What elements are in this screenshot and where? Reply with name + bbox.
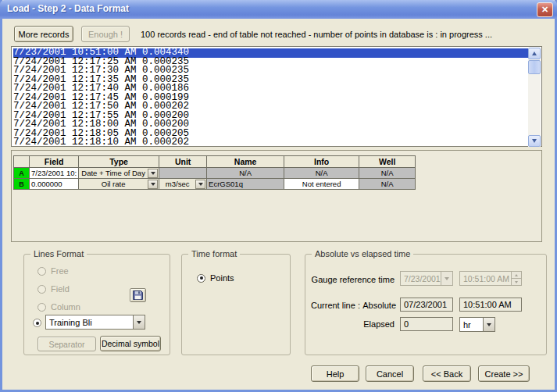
radio-icon [37,285,46,294]
unit-b-value: m3/sec [159,180,195,188]
gauge-reference-label: Gauge reference time [309,275,395,284]
lines-format-title: Lines Format [30,249,87,258]
radio-field-label: Field [51,284,70,294]
elapsed-unit-value: hr [460,320,483,330]
radio-free-label: Free [51,266,69,276]
chevron-glyph [151,183,155,186]
type-b-value: Oil rate [79,180,148,188]
record-row[interactable]: 7/24/2001 12:18:10 AM 0.000202 [13,138,528,145]
col-header-info: Info [284,156,359,168]
radio-preset[interactable] [33,319,41,327]
scroll-down-button[interactable] [528,135,541,147]
absolute-date-field[interactable]: 07/23/2001 [400,298,453,312]
chevron-down-icon[interactable] [148,169,158,178]
radio-column-label: Column [51,302,80,312]
absolute-time-field[interactable]: 10:51:00 AM [459,298,522,312]
col-header-name: Name [207,156,284,168]
chevron-glyph [137,321,141,324]
radio-icon [37,267,46,276]
radio-column[interactable]: Column [37,302,80,312]
radio-field[interactable]: Field [37,284,70,294]
cell-a-well: N/A [359,168,416,179]
type-a-value: Date + Time of Day [79,169,148,177]
current-line-labels: Current line : Absolute [311,301,396,310]
radio-points[interactable]: Points [197,273,234,283]
absolute-elapsed-title: Absolute vs elapsed time [312,249,413,258]
chevron-down-icon[interactable] [195,180,205,189]
table-corner-cell [14,156,30,168]
cell-b-type-combo[interactable]: Oil rate [79,179,159,190]
radio-free[interactable]: Free [37,266,69,276]
scroll-down-icon [532,139,537,143]
decimal-symbol-button[interactable]: Decimal symbol [100,336,161,351]
time-format-title: Time format [188,249,240,258]
create-button[interactable]: Create >> [478,365,530,382]
more-records-button[interactable]: More records [14,26,73,42]
spin-down-glyph [515,281,518,283]
cell-a-info: N/A [284,168,359,179]
chevron-glyph [487,323,491,326]
cell-a-type-combo[interactable]: Date + Time of Day [79,168,159,179]
gauge-time-value: 10:51:00 AM [460,274,511,283]
radio-icon [197,274,205,283]
help-button[interactable]: Help [311,365,359,382]
close-icon: ✕ [541,5,548,15]
cell-a-field[interactable]: 7/23/2001 10: [30,168,79,179]
cell-b-field[interactable]: 0.000000 [30,179,79,190]
elapsed-label: Elapsed [309,319,395,329]
col-header-well: Well [359,156,416,168]
gauge-date-combobox[interactable]: 7/23/2001 [400,271,453,286]
cell-a-name: N/A [207,168,284,179]
chevron-down-icon[interactable] [441,272,452,285]
elapsed-value-field[interactable]: 0 [400,317,453,331]
records-list: 7/23/2001 10:51:00 AM 0.004340 7/24/2001… [13,48,528,145]
absolute-label: Absolute [362,301,396,310]
cell-b-name[interactable]: EcrGS01q [207,179,284,190]
vertical-scrollbar[interactable] [528,48,541,147]
spinner-arrows[interactable] [511,272,521,285]
scroll-up-button[interactable] [528,48,541,59]
spin-up-glyph [515,274,518,276]
gauge-time-spinner[interactable]: 10:51:00 AM [459,271,522,286]
cell-b-well: N/A [359,179,416,190]
window-title: Load - Step 2 - Data Format [7,3,129,14]
chevron-glyph [198,183,203,186]
back-button[interactable]: << Back [423,365,471,382]
current-line-label: Current line : [311,301,360,310]
title-bar[interactable]: Load - Step 2 - Data Format ✕ [0,0,557,19]
spin-down-icon[interactable] [512,279,521,285]
save-icon [133,290,143,300]
scrollbar-thumb[interactable] [528,60,541,74]
scroll-up-icon [532,52,537,55]
chevron-down-icon[interactable] [483,318,495,331]
close-button[interactable]: ✕ [537,2,553,17]
col-header-type: Type [79,156,159,168]
chevron-glyph [151,172,155,175]
format-table: Field Type Unit Name Info Well A 7/23/20… [13,155,416,190]
time-format-group: Time format [181,254,291,355]
separator-button[interactable]: Separator [37,337,96,351]
cancel-button[interactable]: Cancel [366,365,414,382]
radio-icon [33,319,41,327]
row-header-b: B [14,179,30,190]
col-header-field: Field [30,156,79,168]
cell-b-info[interactable]: Not entered [284,179,359,190]
radio-icon [37,303,46,312]
chevron-glyph [445,277,449,280]
radio-points-label: Points [210,273,234,283]
save-format-button[interactable] [130,288,146,302]
chevron-down-icon[interactable] [133,315,145,329]
preset-combobox[interactable]: Training Bli [45,315,145,330]
gauge-date-value: 7/23/2001 [401,274,441,283]
preset-value: Training Bli [46,318,133,327]
spin-up-icon[interactable] [512,272,521,279]
chevron-down-icon[interactable] [148,180,158,189]
enough-button[interactable]: Enough ! [81,26,130,42]
load-step2-dialog: Load - Step 2 - Data Format ✕ More recor… [0,0,557,392]
elapsed-unit-combobox[interactable]: hr [459,317,495,332]
records-listbox[interactable]: 7/23/2001 10:51:00 AM 0.004340 7/24/2001… [11,46,542,147]
col-header-unit: Unit [159,156,207,168]
row-header-a: A [14,168,30,179]
status-text: 100 records read - end of table not reac… [141,30,492,39]
cell-b-unit-combo[interactable]: m3/sec [159,179,207,190]
